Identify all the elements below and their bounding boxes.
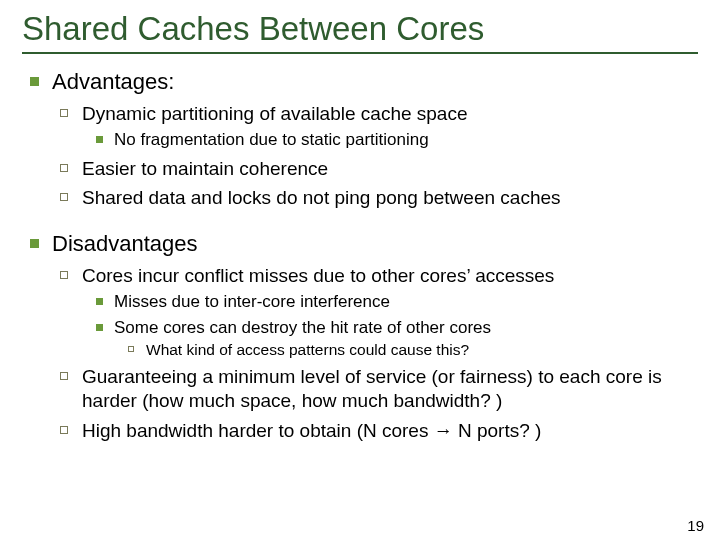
list-item: Some cores can destroy the hit rate of o… bbox=[82, 317, 698, 360]
spacer bbox=[22, 220, 698, 230]
item-text: High bandwidth harder to obtain (N cores… bbox=[82, 420, 541, 441]
square-bullet-icon bbox=[96, 324, 103, 331]
hollow-square-icon bbox=[60, 109, 68, 117]
list-item: What kind of access patterns could cause… bbox=[114, 340, 698, 359]
item-text: Misses due to inter-core interference bbox=[114, 292, 390, 311]
advantages-item: Advantages: Dynamic partitioning of avai… bbox=[22, 68, 698, 210]
hollow-square-icon bbox=[128, 346, 134, 352]
list-item: Cores incur conflict misses due to other… bbox=[52, 264, 698, 360]
list-item: Dynamic partitioning of available cache … bbox=[52, 102, 698, 151]
square-bullet-icon bbox=[96, 298, 103, 305]
hollow-square-icon bbox=[60, 426, 68, 434]
item-text: Dynamic partitioning of available cache … bbox=[82, 103, 468, 124]
list-item: Shared data and locks do not ping pong b… bbox=[52, 186, 698, 210]
item-text: Cores incur conflict misses due to other… bbox=[82, 265, 554, 286]
bullet-list-l1: Advantages: Dynamic partitioning of avai… bbox=[22, 68, 698, 442]
list-item: Misses due to inter-core interference bbox=[82, 291, 698, 312]
item-text: Some cores can destroy the hit rate of o… bbox=[114, 318, 491, 337]
item-text: Easier to maintain coherence bbox=[82, 158, 328, 179]
page-number: 19 bbox=[687, 517, 704, 534]
list-item: Guaranteeing a minimum level of service … bbox=[52, 365, 698, 413]
square-bullet-icon bbox=[30, 239, 39, 248]
disadvantages-item: Disadvantages Cores incur conflict misse… bbox=[22, 230, 698, 442]
item-text: Shared data and locks do not ping pong b… bbox=[82, 187, 561, 208]
sublist: What kind of access patterns could cause… bbox=[114, 340, 698, 359]
square-bullet-icon bbox=[30, 77, 39, 86]
sublist: Misses due to inter-core interference So… bbox=[82, 291, 698, 359]
item-text: Guaranteeing a minimum level of service … bbox=[82, 366, 662, 411]
title-rule bbox=[22, 52, 698, 54]
hollow-square-icon bbox=[60, 271, 68, 279]
disadvantages-label: Disadvantages bbox=[52, 231, 198, 256]
list-item: No fragmentation due to static partition… bbox=[82, 129, 698, 150]
item-text: What kind of access patterns could cause… bbox=[146, 341, 469, 358]
hollow-square-icon bbox=[60, 164, 68, 172]
list-item: Easier to maintain coherence bbox=[52, 157, 698, 181]
hollow-square-icon bbox=[60, 372, 68, 380]
list-item: High bandwidth harder to obtain (N cores… bbox=[52, 419, 698, 443]
square-bullet-icon bbox=[96, 136, 103, 143]
advantages-label: Advantages: bbox=[52, 69, 174, 94]
sublist: No fragmentation due to static partition… bbox=[82, 129, 698, 150]
advantages-sublist: Dynamic partitioning of available cache … bbox=[52, 102, 698, 211]
hollow-square-icon bbox=[60, 193, 68, 201]
slide-title: Shared Caches Between Cores bbox=[22, 10, 698, 48]
slide: Shared Caches Between Cores Advantages: … bbox=[0, 0, 720, 540]
disadvantages-sublist: Cores incur conflict misses due to other… bbox=[52, 264, 698, 443]
item-text: No fragmentation due to static partition… bbox=[114, 130, 429, 149]
